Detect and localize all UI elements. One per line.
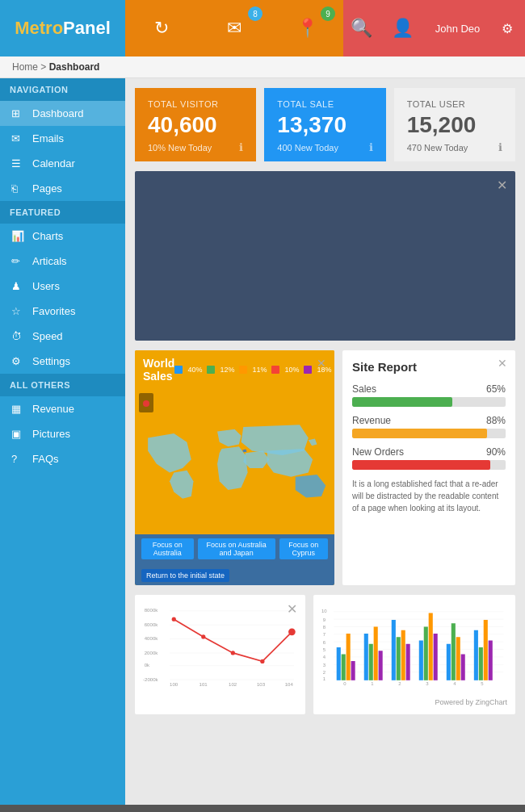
sidebar-label-settings: Settings: [32, 355, 70, 367]
sidebar-item-pages[interactable]: ⎗ Pages: [0, 176, 125, 201]
email-icon-block[interactable]: ✉ 8: [198, 0, 271, 57]
svg-rect-64: [489, 640, 493, 680]
world-return-row: Return to the initial state: [135, 563, 334, 585]
map-btn-australia[interactable]: Focus on Australia: [141, 538, 194, 559]
svg-rect-51: [401, 630, 405, 680]
sidebar-item-speed[interactable]: ⏱ Speed: [0, 324, 125, 349]
svg-rect-42: [342, 655, 346, 680]
report-revenue-label: Revenue: [352, 415, 391, 426]
sidebar-label-faqs: FAQs: [32, 453, 59, 465]
user-block[interactable]: 👤 John Deo ⚙: [380, 0, 525, 57]
world-map-svg: [135, 389, 334, 534]
gear-icon[interactable]: ⚙: [502, 21, 513, 36]
svg-text:1: 1: [323, 676, 326, 681]
sidebar-item-pictures[interactable]: ▣ Pictures: [0, 421, 125, 446]
sidebar-label-dashboard: Dashboard: [32, 107, 84, 119]
svg-text:100: 100: [170, 681, 178, 687]
sidebar-item-articals[interactable]: ✏ Articals: [0, 249, 125, 274]
speed-icon: ⏱: [11, 330, 26, 342]
content-area: Total Visitor 40,600 10% New Today ℹ Tot…: [125, 78, 525, 805]
line-chart-close-button[interactable]: ✕: [287, 601, 297, 617]
orders-progress-bg: [352, 460, 506, 470]
email-icon: ✉: [227, 18, 242, 39]
stat-user-sub: 470 New Today ℹ: [407, 141, 502, 153]
stat-visitor: Total Visitor 40,600 10% New Today ℹ: [135, 88, 256, 161]
sidebar-label-articals: Articals: [32, 255, 67, 267]
svg-text:9: 9: [323, 617, 326, 622]
report-row-sales: Sales 65%: [352, 383, 506, 407]
map-btn-return[interactable]: Return to the initial state: [141, 569, 229, 582]
svg-text:0: 0: [344, 681, 347, 686]
site-report-title: Site Report: [352, 360, 506, 374]
sidebar-item-favorites[interactable]: ☆ Favorites: [0, 299, 125, 324]
users-icon: ♟: [11, 280, 26, 292]
world-legend: 40% 12% 11% 10% 18%: [174, 366, 331, 374]
svg-rect-62: [479, 647, 483, 680]
svg-text:4: 4: [454, 681, 457, 686]
sidebar-item-revenue[interactable]: ▦ Revenue: [0, 396, 125, 421]
refresh-icon-block[interactable]: ↻: [125, 0, 198, 57]
search-block[interactable]: 🔍: [343, 0, 380, 57]
pictures-icon: ▣: [11, 428, 26, 440]
svg-point-18: [201, 634, 205, 638]
sidebar-item-settings[interactable]: ⚙ Settings: [0, 349, 125, 374]
world-sales-header: World Sales ✕ 40% 12% 11% 10% 18%: [135, 350, 334, 389]
info-icon-visitor[interactable]: ℹ: [239, 141, 243, 153]
sidebar-item-charts[interactable]: 📊 Charts: [0, 224, 125, 249]
stat-sale: Total Sale 13,370 400 New Today ℹ: [264, 88, 385, 161]
faqs-icon: ?: [11, 453, 26, 465]
svg-rect-56: [434, 634, 438, 680]
svg-text:7: 7: [323, 632, 326, 637]
sidebar-item-faqs[interactable]: ? FAQs: [0, 446, 125, 471]
main-layout: Navigation ⊞ Dashboard ✉ Emails ☰ Calend…: [0, 78, 525, 805]
svg-text:3: 3: [426, 681, 430, 686]
breadcrumb-home[interactable]: Home: [12, 61, 38, 73]
sidebar-item-users[interactable]: ♟ Users: [0, 274, 125, 299]
svg-text:2: 2: [323, 670, 326, 675]
map-btn-australia-japan[interactable]: Focus on Australia and Japan: [198, 538, 275, 559]
banner-close-button[interactable]: ✕: [497, 178, 507, 193]
info-icon-sale[interactable]: ℹ: [369, 141, 373, 153]
svg-rect-43: [346, 634, 351, 680]
breadcrumb: Home > Dashboard: [0, 57, 525, 78]
pages-icon: ⎗: [11, 182, 26, 195]
sidebar-item-emails[interactable]: ✉ Emails: [0, 126, 125, 151]
settings-icon: ⚙: [11, 355, 26, 367]
report-row-revenue: Revenue 88%: [352, 415, 506, 438]
bar-chart-card: 10 9 8 7 6 5 4 3 2 1: [313, 595, 515, 714]
svg-rect-53: [419, 640, 423, 680]
line-chart-card: ✕ 8000k 6000k 4000k 2000k 0k -2000k: [135, 595, 305, 714]
sidebar-label-speed: Speed: [32, 330, 63, 342]
svg-rect-46: [369, 644, 373, 680]
breadcrumb-current: Dashboard: [49, 61, 100, 73]
sidebar-nav-title: Navigation: [0, 78, 125, 101]
svg-rect-60: [461, 655, 465, 680]
stat-visitor-label: Total Visitor: [148, 99, 243, 109]
site-report-close-button[interactable]: ✕: [498, 357, 507, 370]
svg-text:4: 4: [323, 655, 326, 659]
stat-sale-value: 13,370: [277, 112, 372, 138]
world-footer: Focus on Australia Focus on Australia an…: [135, 534, 334, 563]
info-icon-user[interactable]: ℹ: [498, 141, 502, 153]
dashboard-icon: ⊞: [11, 107, 26, 119]
sidebar-item-calendar[interactable]: ☰ Calendar: [0, 151, 125, 176]
logo: MetroPanel: [0, 0, 125, 57]
svg-text:2: 2: [399, 681, 401, 686]
user-avatar-icon: 👤: [392, 18, 414, 39]
svg-rect-58: [452, 623, 456, 680]
svg-rect-54: [424, 626, 428, 680]
email-badge: 8: [248, 6, 262, 21]
notification-icon-block[interactable]: 📍 9: [271, 0, 343, 57]
map-btn-cyprus[interactable]: Focus on Cyprus: [279, 538, 328, 559]
orders-progress-fill: [352, 460, 490, 470]
header-icons-area: ↻ ✉ 8 📍 9 🔍 👤 John Deo ⚙: [125, 0, 525, 57]
svg-text:6000k: 6000k: [145, 622, 159, 627]
report-description: It is a long established fact that a re-…: [352, 478, 506, 514]
stat-sale-sub: 400 New Today ℹ: [277, 141, 372, 153]
world-map: [135, 389, 334, 534]
svg-text:3: 3: [323, 663, 326, 668]
sidebar-item-dashboard[interactable]: ⊞ Dashboard: [0, 101, 125, 126]
revenue-icon: ▦: [11, 403, 26, 415]
legend-dot-4: [271, 366, 279, 374]
world-close-button[interactable]: ✕: [317, 357, 326, 370]
